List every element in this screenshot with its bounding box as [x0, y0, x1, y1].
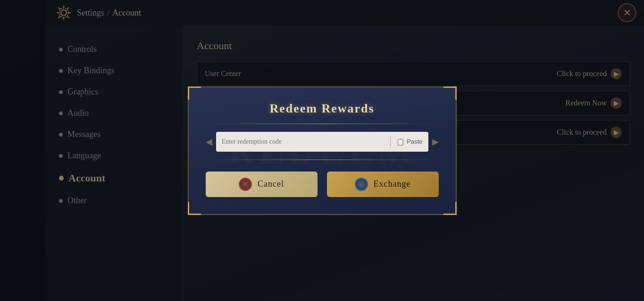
left-arrow-deco: ◀ — [206, 137, 212, 147]
cancel-button[interactable]: ✕ Cancel — [206, 172, 318, 197]
button-row: ✕ Cancel ◎ Exchange — [206, 172, 439, 197]
code-input-section: ◀ 📋 Paste ▶ — [206, 132, 439, 152]
corner-decoration-br — [443, 202, 457, 215]
dialog-title: Redeem Rewards — [206, 102, 439, 116]
code-input-wrap: 📋 Paste — [216, 132, 428, 152]
deco-line-top — [206, 123, 439, 124]
exchange-icon: ◎ — [355, 178, 368, 191]
corner-decoration-tr — [443, 86, 457, 100]
right-arrow-deco: ▶ — [432, 137, 439, 147]
cancel-icon: ✕ — [239, 178, 252, 191]
redemption-code-input[interactable] — [216, 134, 391, 149]
redeem-dialog: REDEEM Redeem Rewards ◀ 📋 Paste ▶ — [188, 86, 457, 215]
paste-button[interactable]: 📋 Paste — [391, 135, 428, 148]
dialog-overlay: REDEEM Redeem Rewards ◀ 📋 Paste ▶ — [0, 0, 644, 301]
corner-decoration-bl — [188, 202, 201, 215]
deco-line-bottom — [206, 159, 439, 160]
cancel-label: Cancel — [258, 179, 284, 189]
paste-icon: 📋 — [396, 138, 404, 146]
exchange-label: Exchange — [374, 179, 411, 189]
paste-label: Paste — [407, 138, 422, 145]
exchange-button[interactable]: ◎ Exchange — [327, 172, 439, 197]
corner-decoration-tl — [188, 86, 201, 100]
